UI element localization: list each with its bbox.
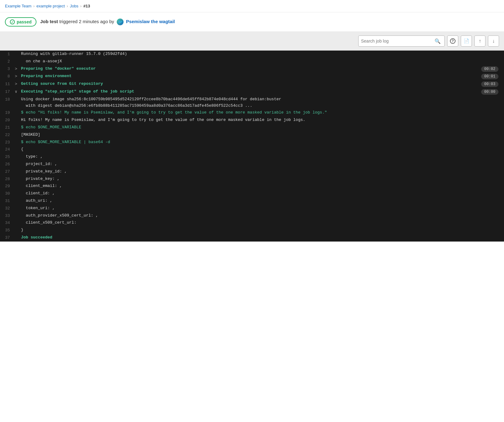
breadcrumb-project[interactable]: example project — [36, 4, 65, 8]
line-toggle — [15, 117, 21, 117]
help-button[interactable]: ? — [447, 35, 458, 47]
line-content: $ echo $ONE_MORE_VARIABLE | base64 -d — [21, 139, 504, 146]
line-toggle — [15, 190, 21, 191]
scroll-bottom-button[interactable]: ↓ — [488, 35, 499, 47]
log-line: 8>Preparing environment00:01 — [0, 73, 504, 81]
log-line: 34 client_x509_cert_url: — [0, 219, 504, 227]
line-number: 21 — [0, 124, 15, 131]
scroll-top-button[interactable]: ↑ — [474, 35, 485, 47]
line-content: token_uri: , — [21, 205, 504, 212]
log-line: 18Using docker image sha256:8c100759b985… — [0, 96, 504, 110]
line-content: $ echo $ONE_MORE_VARIABLE — [21, 124, 504, 131]
line-toggle — [15, 51, 21, 51]
line-toggle[interactable]: > — [15, 73, 21, 80]
line-content: { — [21, 146, 504, 153]
line-number: 24 — [0, 146, 15, 153]
line-content: client_x509_cert_url: — [21, 220, 504, 226]
line-content: client_email: , — [21, 183, 504, 189]
line-content: $ echo "Hi folks! My name is Psemislaw, … — [21, 110, 504, 116]
passed-badge: ✓ passed — [5, 17, 36, 27]
log-line: 31 auth_uri: , — [0, 197, 504, 205]
log-line: 33 auth_provider_x509_cert_url: , — [0, 212, 504, 220]
log-line: 30 client_id: , — [0, 190, 504, 197]
line-number: 30 — [0, 190, 15, 197]
line-number: 33 — [0, 213, 15, 219]
raw-log-button[interactable]: 📄 — [461, 35, 472, 47]
log-line: 29 client_email: , — [0, 183, 504, 190]
line-content: project_id: , — [21, 161, 504, 168]
line-number: 28 — [0, 176, 15, 183]
line-number: 29 — [0, 183, 15, 190]
search-button[interactable]: 🔍 — [433, 37, 442, 45]
line-toggle — [15, 213, 21, 213]
line-content: client_id: , — [21, 190, 504, 197]
line-toggle[interactable]: > — [15, 66, 21, 72]
line-content: Preparing the "docker" executor — [21, 66, 478, 72]
log-container: 1Running with gitlab-runner 15.7.0 (259d… — [0, 51, 504, 242]
line-toggle — [15, 124, 21, 125]
line-content: } — [21, 227, 504, 234]
line-toggle — [15, 139, 21, 139]
help-icon: ? — [450, 38, 456, 44]
line-content: auth_uri: , — [21, 198, 504, 204]
line-number: 34 — [0, 220, 15, 226]
line-content: Job succeeded — [21, 234, 504, 241]
line-content: on che a-asoejX — [21, 58, 504, 65]
line-number: 1 — [0, 51, 15, 58]
log-line: 25 type: , — [0, 153, 504, 161]
line-number: 3 — [0, 66, 15, 72]
line-toggle — [15, 161, 21, 161]
line-toggle[interactable]: ∨ — [15, 89, 21, 95]
passed-label: passed — [17, 19, 32, 24]
breadcrumb-sep-1: › — [33, 4, 35, 8]
line-time: 00:00 — [478, 89, 502, 96]
line-toggle — [15, 96, 21, 97]
log-line: 27 private_key_id: , — [0, 168, 504, 176]
line-number: 37 — [0, 234, 15, 241]
user-link[interactable]: Psemislaw the wagtail — [126, 19, 175, 24]
line-toggle — [15, 154, 21, 154]
line-number: 32 — [0, 205, 15, 212]
line-content: Executing "step_script" stage of the job… — [21, 89, 478, 95]
line-toggle[interactable]: > — [15, 81, 21, 88]
line-content: [MASKED] — [21, 132, 504, 138]
line-toggle — [15, 168, 21, 169]
line-content: auth_provider_x509_cert_url: , — [21, 213, 504, 219]
line-toggle — [15, 183, 21, 183]
breadcrumb-team[interactable]: Example Team — [5, 4, 32, 8]
line-number: 26 — [0, 161, 15, 168]
line-toggle — [15, 146, 21, 147]
log-line: 32 token_uri: , — [0, 205, 504, 212]
line-toggle — [15, 176, 21, 176]
log-line: 24{ — [0, 146, 504, 153]
breadcrumb-sep-2: › — [67, 4, 68, 8]
line-content: type: , — [21, 154, 504, 160]
job-trigger-text: triggered 2 minutes ago by — [59, 19, 116, 24]
breadcrumb-jobs[interactable]: Jobs — [70, 4, 78, 8]
line-number: 25 — [0, 154, 15, 160]
check-icon: ✓ — [10, 19, 15, 24]
line-toggle — [15, 132, 21, 132]
log-toolbar: 🔍 ? 📄 ↑ ↓ — [0, 32, 504, 51]
line-number: 8 — [0, 73, 15, 80]
log-line: 11>Getting source from Git repository00:… — [0, 81, 504, 88]
log-line: 19$ echo "Hi folks! My name is Psemislaw… — [0, 109, 504, 117]
line-number: 35 — [0, 227, 15, 234]
search-input[interactable] — [361, 39, 433, 43]
line-number: 2 — [0, 58, 15, 65]
line-toggle — [15, 234, 21, 235]
line-number: 18 — [0, 96, 15, 103]
breadcrumb-sep-3: › — [80, 4, 82, 8]
line-content: Preparing environment — [21, 73, 478, 80]
log-line: 17∨Executing "step_script" stage of the … — [0, 88, 504, 96]
log-line: 22[MASKED] — [0, 131, 504, 139]
line-time: 00:03 — [478, 81, 502, 88]
line-content: private_key_id: , — [21, 168, 504, 175]
scroll-bottom-icon: ↓ — [492, 38, 495, 44]
job-header: ✓ passed Job test triggered 2 minutes ag… — [0, 12, 504, 32]
line-toggle — [15, 220, 21, 220]
line-content: private_key: , — [21, 176, 504, 182]
line-content: Running with gitlab-runner 15.7.0 (259d2… — [21, 51, 504, 57]
line-number: 22 — [0, 132, 15, 139]
avatar: 🐦 — [117, 19, 124, 25]
